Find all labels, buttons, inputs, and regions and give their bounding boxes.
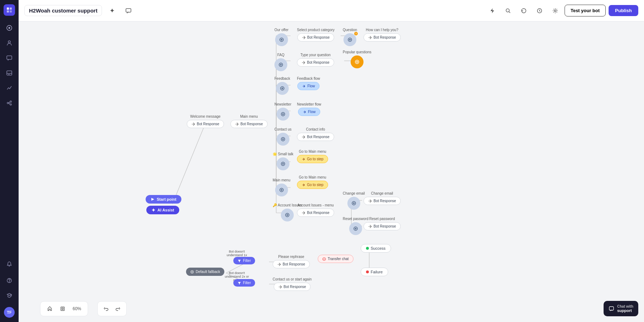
account-issues-circle[interactable]	[281, 209, 294, 221]
default-fallback-pill[interactable]: Default fallback	[186, 268, 224, 276]
please-rephrase-pill[interactable]: Bot Response	[273, 260, 310, 268]
feedback-node[interactable]: Feedback	[274, 77, 290, 95]
main-menu-2-circle[interactable]	[275, 184, 288, 196]
default-fallback-node[interactable]: Default fallback	[186, 268, 224, 276]
faq-node[interactable]: FAQ	[274, 53, 287, 71]
main-menu-pill[interactable]: Bot Response	[230, 120, 268, 128]
publish-button[interactable]: Publish	[609, 5, 638, 16]
welcome-message-pill[interactable]: Bot Response	[187, 120, 224, 128]
newsletter-node[interactable]: Newsletter	[274, 102, 291, 121]
lightning-button[interactable]	[486, 4, 499, 17]
go-to-main-menu-2-pill[interactable]: Go to step	[297, 181, 328, 189]
refresh-button[interactable]	[517, 4, 530, 17]
history-button[interactable]	[533, 4, 546, 17]
redo-button[interactable]	[113, 304, 123, 314]
sidebar-item-help[interactable]	[3, 274, 16, 287]
start-point-node[interactable]: Start point	[146, 195, 181, 204]
contact-us-circle[interactable]	[277, 133, 289, 146]
sidebar-item-learn[interactable]	[3, 289, 16, 302]
newsletter-circle[interactable]	[277, 108, 289, 121]
contact-info-node[interactable]: Contact info Bot Response	[297, 127, 334, 141]
type-your-question-pill[interactable]: Bot Response	[297, 58, 334, 67]
reset-password-circle[interactable]	[349, 222, 362, 235]
ai-assist-node[interactable]: AI Assist	[146, 206, 179, 214]
main-area: H2Woah customer support ✦	[19, 0, 644, 322]
sidebar-avatar[interactable]: TF	[4, 307, 15, 318]
test-your-bot-button[interactable]: Test your bot	[565, 5, 606, 16]
account-issues-menu-pill[interactable]: Bot Response	[297, 209, 334, 217]
feedback-label: Feedback	[274, 77, 290, 80]
popular-questions-label: Popular questions	[343, 50, 371, 54]
popular-questions-node[interactable]: Popular questions	[343, 50, 371, 68]
start-point-pill[interactable]: Start point	[146, 195, 181, 204]
filter-2-pill[interactable]: Filter	[233, 279, 255, 287]
contact-start-again-node[interactable]: Contact us or start again Bot Response	[273, 277, 312, 291]
filter-1-node[interactable]: Filter	[233, 257, 255, 264]
our-offer-node[interactable]: Our offer	[274, 28, 288, 46]
undo-button[interactable]	[101, 304, 111, 314]
reset-password-response-pill[interactable]: Bot Response	[364, 222, 401, 230]
select-product-node[interactable]: Select product category Bot Response	[297, 28, 335, 42]
contact-us-node[interactable]: Contact us	[274, 127, 292, 146]
please-rephrase-label: Please rephrase	[278, 255, 304, 259]
change-email-node[interactable]: Change email	[343, 191, 365, 210]
sidebar-item-bell[interactable]	[3, 258, 16, 270]
success-badge[interactable]: Success	[361, 244, 391, 253]
filter-1-pill[interactable]: Filter	[233, 257, 255, 264]
failure-dot	[366, 270, 369, 273]
filter-2-node[interactable]: Filter	[233, 279, 255, 287]
failure-badge[interactable]: Failure	[361, 268, 388, 276]
failure-node[interactable]: Failure	[361, 268, 388, 276]
svg-rect-7	[7, 56, 12, 59]
question-node[interactable]: Question ?	[343, 28, 357, 46]
newsletter-flow-node[interactable]: Newsletter flow Flow	[297, 102, 321, 116]
success-node[interactable]: Success	[361, 244, 391, 253]
account-issues-menu-node[interactable]: Account Issues - menu Bot Response	[297, 203, 334, 217]
change-email-response-node[interactable]: Change email Bot Response	[364, 191, 401, 205]
contact-info-pill[interactable]: Bot Response	[297, 133, 334, 141]
contact-start-again-pill[interactable]: Bot Response	[274, 283, 311, 291]
sidebar-item-inbox[interactable]	[3, 67, 16, 79]
sidebar-item-dashboard[interactable]	[3, 21, 16, 34]
sidebar-item-users[interactable]	[3, 36, 16, 49]
change-email-response-pill[interactable]: Bot Response	[364, 197, 401, 205]
type-your-question-node[interactable]: Type your question Bot Response	[297, 53, 334, 67]
transfer-chat-pill[interactable]: Transfer chat	[318, 255, 353, 263]
feedback-flow-node[interactable]: Feedback flow Flow	[297, 77, 320, 90]
go-to-main-menu-2-label: Go to Main menu	[299, 175, 326, 179]
ai-assist-pill[interactable]: AI Assist	[146, 206, 179, 214]
sidebar-item-analytics[interactable]	[3, 82, 16, 94]
chat-button[interactable]	[122, 4, 135, 17]
select-product-pill[interactable]: Bot Response	[297, 33, 335, 42]
change-email-circle[interactable]	[347, 197, 360, 210]
settings-button[interactable]	[549, 4, 562, 17]
search-button[interactable]	[502, 4, 514, 17]
reset-password-response-node[interactable]: Reset password Bot Response	[364, 217, 401, 230]
our-offer-circle[interactable]	[275, 33, 288, 46]
transfer-chat-node[interactable]: Transfer chat	[318, 255, 353, 263]
popular-questions-circle[interactable]	[351, 55, 364, 68]
small-talk-node[interactable]: 🌟 Small talk	[273, 152, 293, 170]
welcome-message-node[interactable]: Welcome message Bot Response	[187, 114, 224, 128]
faq-circle[interactable]	[274, 58, 287, 71]
question-circle[interactable]: ?	[343, 33, 356, 46]
main-menu-node[interactable]: Main menu Bot Response	[230, 114, 268, 128]
sidebar-item-integrations[interactable]	[3, 97, 16, 109]
feedback-flow-pill[interactable]: Flow	[297, 82, 319, 90]
newsletter-flow-pill[interactable]: Flow	[298, 108, 320, 116]
go-to-main-menu-1-pill[interactable]: Go to step	[297, 155, 328, 163]
home-button[interactable]	[45, 304, 55, 314]
please-rephrase-node[interactable]: Please rephrase Bot Response	[273, 255, 310, 268]
header: H2Woah customer support ✦	[19, 0, 644, 21]
go-to-main-menu-1-node[interactable]: Go to Main menu Go to step	[297, 150, 328, 163]
fit-view-button[interactable]	[58, 304, 68, 314]
small-talk-circle[interactable]	[277, 157, 289, 170]
how-can-i-help-pill[interactable]: Bot Response	[364, 33, 401, 42]
chat-with-support[interactable]: Chat with support	[604, 301, 638, 316]
go-to-main-menu-2-node[interactable]: Go to Main menu Go to step	[297, 175, 328, 189]
sidebar-item-chat[interactable]	[3, 52, 16, 64]
feedback-circle[interactable]	[276, 82, 289, 95]
main-menu-2-node[interactable]: Main menu	[273, 178, 290, 196]
magic-button[interactable]: ✦	[106, 4, 118, 17]
how-can-i-help-node[interactable]: How can I help you? Bot Response	[364, 28, 401, 42]
